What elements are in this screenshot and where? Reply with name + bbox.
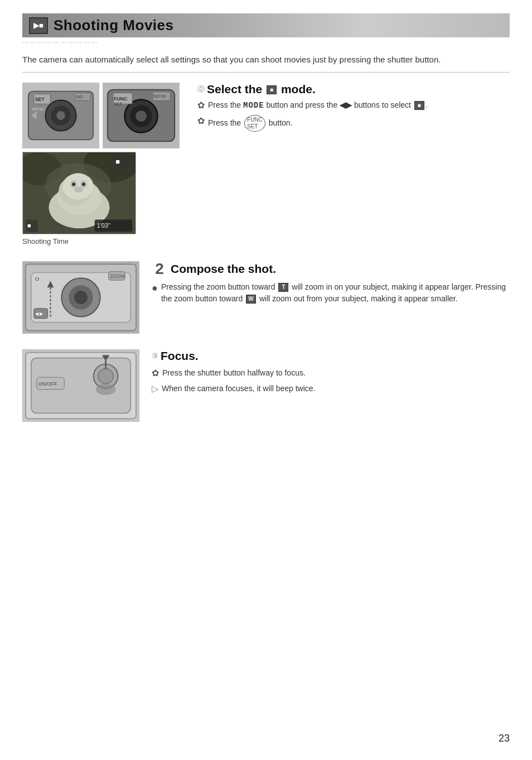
movie-mode-icon: ■ bbox=[267, 85, 277, 94]
shutter-svg: ON/OFF bbox=[23, 349, 139, 422]
svg-point-29 bbox=[62, 173, 93, 200]
camera-image-2: FUNC SET ISO FS bbox=[103, 83, 180, 148]
zoom-image: ZOOM O ◀ ▶ bbox=[22, 261, 139, 334]
step-3-bullets: ✿ Press the shutter button halfway to fo… bbox=[152, 367, 510, 399]
step-3-bullet-1: ✿ Press the shutter button halfway to fo… bbox=[152, 367, 510, 379]
svg-text:O: O bbox=[35, 276, 40, 282]
svg-point-63 bbox=[96, 384, 116, 395]
step-2-title: Compose the shot. bbox=[171, 262, 276, 276]
step-2-bullets: ● Pressing the zoom button toward T will… bbox=[152, 281, 510, 308]
step-2-content: 2 Compose the shot. ● Pressing the zoom … bbox=[152, 261, 510, 308]
svg-text:ZOOM: ZOOM bbox=[110, 273, 125, 279]
svg-text:◀ ▶: ◀ ▶ bbox=[35, 311, 43, 316]
step-2-bullet-1-text: Pressing the zoom button toward T will z… bbox=[161, 281, 510, 305]
dog-svg: ■ 1'03" ■ bbox=[23, 152, 136, 234]
arrow-icon: ◀▶ bbox=[340, 100, 352, 109]
step-1-content: ⓪ Select the ■ mode. ✿ Press the MODE bu… bbox=[192, 83, 510, 135]
header-subtitle-bar: ⋅⋅⋅ ⋅⋅⋅ ⋅⋅⋅ ⋅⋅⋅ ⋅⋅⋅ ⋅⋅⋅ ⋅⋅⋅ ⋅⋅⋅ ⋅⋅⋅ ⋅⋅⋅ bbox=[22, 40, 510, 46]
svg-point-34 bbox=[74, 187, 83, 193]
page-number: 23 bbox=[499, 733, 510, 744]
step-1-number-area: ⓪ Select the ■ mode. bbox=[197, 83, 510, 96]
shutter-image: ON/OFF bbox=[22, 349, 139, 422]
svg-point-46 bbox=[74, 291, 88, 304]
step-1-bullet-2: ✿ Press the FUNCSET button. bbox=[197, 115, 510, 132]
svg-text:■: ■ bbox=[27, 222, 31, 229]
step-3-header: ③ Focus. bbox=[152, 349, 510, 363]
bullet-circle-1: ● bbox=[152, 281, 158, 295]
bullet-star-1: ✿ bbox=[197, 99, 205, 112]
step-2: ZOOM O ◀ ▶ 2 Compose the shot. ● bbox=[22, 261, 510, 334]
bullet-star-3: ✿ bbox=[152, 367, 159, 379]
step-1-bullet-1: ✿ Press the MODE button and press the ◀▶… bbox=[197, 99, 510, 112]
mode-text: MODE bbox=[243, 101, 264, 110]
header-icon: ▶■ bbox=[29, 17, 48, 34]
svg-text:1'03": 1'03" bbox=[97, 222, 110, 229]
page-title: Shooting Movies bbox=[54, 17, 174, 34]
step-3-images: ON/OFF bbox=[22, 349, 139, 422]
func-set-icon: FUNCSET bbox=[244, 115, 265, 132]
intro-text: The camera can automatically select all … bbox=[22, 54, 510, 66]
svg-text:SET: SET bbox=[114, 102, 123, 107]
header-bar: ▶■ Shooting Movies bbox=[22, 13, 510, 37]
svg-point-4 bbox=[56, 111, 65, 120]
zoom-out-icon: W bbox=[246, 295, 256, 304]
step-3-num-icon: ③ bbox=[152, 352, 158, 360]
select-movie-icon: ■ bbox=[414, 101, 424, 110]
shooting-time-label: Shooting Time bbox=[22, 237, 69, 246]
svg-text:ISO FS: ISO FS bbox=[153, 94, 166, 98]
header-icon-symbol: ▶■ bbox=[33, 22, 43, 29]
divider bbox=[22, 72, 510, 73]
svg-point-32 bbox=[72, 182, 75, 186]
svg-text:■: ■ bbox=[115, 157, 120, 165]
step-1-images: SET MENU ISO bbox=[22, 83, 180, 246]
svg-text:FUNC: FUNC bbox=[114, 96, 128, 102]
step-3-bullet-2: ▷ When the camera focuses, it will beep … bbox=[152, 383, 510, 395]
camera-svg-2: FUNC SET ISO FS bbox=[103, 83, 179, 148]
svg-text:SET: SET bbox=[35, 97, 45, 102]
svg-point-33 bbox=[82, 182, 85, 186]
camera-image-1: SET MENU ISO bbox=[22, 83, 99, 148]
step-2-number: 2 bbox=[152, 261, 167, 277]
svg-text:ISO: ISO bbox=[76, 95, 83, 99]
page: ▶■ Shooting Movies ⋅⋅⋅ ⋅⋅⋅ ⋅⋅⋅ ⋅⋅⋅ ⋅⋅⋅ ⋅… bbox=[0, 0, 532, 760]
step-1: SET MENU ISO bbox=[22, 83, 510, 246]
zoom-in-icon: T bbox=[278, 283, 288, 292]
step-3-bullet-2-text: When the camera focuses, it will beep tw… bbox=[162, 383, 315, 395]
zoom-svg: ZOOM O ◀ ▶ bbox=[23, 261, 139, 334]
step-1-bullets: ✿ Press the MODE button and press the ◀▶… bbox=[197, 99, 510, 135]
step-3-content: ③ Focus. ✿ Press the shutter button half… bbox=[152, 349, 510, 399]
step-2-header: 2 Compose the shot. bbox=[152, 261, 510, 277]
bullet-arrow-1: ▷ bbox=[152, 383, 158, 395]
step-1-bullet-1-text: Press the MODE button and press the ◀▶ b… bbox=[208, 99, 428, 112]
dog-image: ■ 1'03" ■ bbox=[22, 152, 136, 234]
bullet-star-2: ✿ bbox=[197, 115, 205, 127]
step-2-bullet-1: ● Pressing the zoom button toward T will… bbox=[152, 281, 510, 305]
step-1-num-icon: ⓪ bbox=[197, 84, 205, 94]
step-1-title: Select the ■ mode. bbox=[207, 83, 316, 96]
step-1-top-row: SET MENU ISO bbox=[22, 83, 180, 148]
svg-text:MENU: MENU bbox=[32, 107, 45, 112]
svg-point-60 bbox=[98, 368, 114, 384]
camera-svg-1: SET MENU ISO bbox=[23, 83, 99, 148]
svg-text:ON/OFF: ON/OFF bbox=[38, 381, 57, 387]
step-3-bullet-1-text: Press the shutter button halfway to focu… bbox=[162, 367, 306, 379]
step-2-images: ZOOM O ◀ ▶ bbox=[22, 261, 139, 334]
svg-point-15 bbox=[136, 110, 147, 122]
step-1-bullet-2-text: Press the FUNCSET button. bbox=[208, 115, 293, 132]
step-3: ON/OFF ③ Focus. ✿ P bbox=[22, 349, 510, 422]
step-3-title: Focus. bbox=[161, 349, 199, 363]
